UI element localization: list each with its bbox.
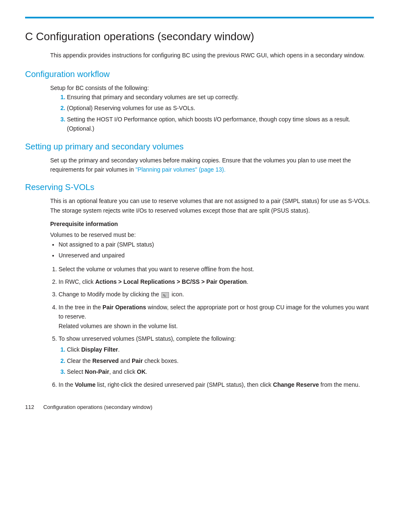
section-heading-setting-up-volumes: Setting up primary and secondary volumes xyxy=(25,142,374,152)
step-4-sub-text: Related volumes are shown in the volume … xyxy=(59,323,178,329)
step-6: In the Volume list, right-click the desi… xyxy=(59,380,374,389)
setting-up-volumes-text: Set up the primary and secondary volumes… xyxy=(50,156,374,175)
footer-text: Configuration operations (secondary wind… xyxy=(43,404,152,410)
list-item: Not assigned to a pair (SMPL status) xyxy=(59,240,374,249)
sub-step-5-3-end: . xyxy=(146,368,147,375)
config-workflow-intro: Setup for BC consists of the following: xyxy=(50,83,374,93)
list-item: Unreserved and unpaired xyxy=(59,251,374,260)
section-config-workflow: Configuration workflow Setup for BC cons… xyxy=(25,69,374,134)
config-workflow-list: Ensuring that primary and secondary volu… xyxy=(59,93,374,134)
section-body-config-workflow: Setup for BC consists of the following: … xyxy=(50,83,374,134)
step-6-bold2: Change Reserve xyxy=(273,381,319,388)
sub-step-5-1-bold: Display Filter xyxy=(81,346,118,353)
step-5-text: To show unreserved volumes (SMPL status)… xyxy=(59,335,236,342)
sub-step-5-2-bold2: Pair xyxy=(132,357,143,364)
reserving-svols-intro: This is an optional feature you can use … xyxy=(50,196,374,215)
step-3: Change to Modify mode by clicking the ic… xyxy=(59,290,374,299)
steps-list: Select the volume or volumes that you wa… xyxy=(59,265,374,389)
section-reserving-svols: Reserving S-VOLs This is an optional fea… xyxy=(25,182,374,389)
step-2-bold: Actions > Local Replications > BC/SS > P… xyxy=(95,278,247,285)
planning-pair-volumes-link[interactable]: "Planning pair volumes" (page 13). xyxy=(136,166,225,173)
top-border xyxy=(25,17,374,18)
section-body-setting-up-volumes: Set up the primary and secondary volumes… xyxy=(50,156,374,175)
sub-step-5-1-after: . xyxy=(118,346,120,353)
sub-step-5-3: Select Non-Pair, and click OK. xyxy=(67,367,374,376)
step-5-sub-list: Click Display Filter. Clear the Reserved… xyxy=(67,345,374,376)
page-container: C Configuration operations (secondary wi… xyxy=(0,0,399,423)
sub-step-5-3-bold1: Non-Pair xyxy=(85,368,109,375)
section-heading-config-workflow: Configuration workflow xyxy=(25,69,374,79)
list-item: Ensuring that primary and secondary volu… xyxy=(67,93,374,102)
step-6-text-2: list, right-click the desired unreserved… xyxy=(95,381,273,388)
sub-step-5-2: Clear the Reserved and Pair check boxes. xyxy=(67,356,374,365)
intro-paragraph: This appendix provides instructions for … xyxy=(50,51,374,60)
sub-step-5-3-before: Select xyxy=(67,368,85,375)
section-setting-up-volumes: Setting up primary and secondary volumes… xyxy=(25,142,374,175)
section-heading-reserving-svols: Reserving S-VOLs xyxy=(25,182,374,192)
step-6-text-1: In the xyxy=(59,381,75,388)
sub-step-5-2-bold1: Reserved xyxy=(92,357,119,364)
step-6-bold1: Volume xyxy=(75,381,96,388)
list-item: Setting the HOST I/O Performance option,… xyxy=(67,115,374,134)
modify-mode-icon xyxy=(161,292,169,298)
step-4-bold: Pair Operations xyxy=(102,304,146,311)
prereq-intro: Volumes to be reserved must be: xyxy=(50,230,374,239)
sub-step-5-1-before: Click xyxy=(67,346,81,353)
step-6-text-3: from the menu. xyxy=(319,381,360,388)
step-1-text: Select the volume or volumes that you wa… xyxy=(59,266,254,272)
step-3-text-before: Change to Modify mode by clicking the xyxy=(59,291,161,298)
prereq-heading: Prerequisite information xyxy=(50,219,374,229)
step-5: To show unreserved volumes (SMPL status)… xyxy=(59,334,374,377)
footer: 112 Configuration operations (secondary … xyxy=(25,404,152,410)
sub-step-5-3-bold2: OK xyxy=(137,368,146,375)
footer-page-number: 112 xyxy=(25,404,34,410)
step-4: In the tree in the Pair Operations windo… xyxy=(59,303,374,331)
step-2: In RWC, click Actions > Local Replicatio… xyxy=(59,277,374,286)
sub-step-5-2-mid: and xyxy=(119,357,132,364)
sub-step-5-2-after: check boxes. xyxy=(143,357,179,364)
sub-step-5-2-before: Clear the xyxy=(67,357,92,364)
sub-step-5-1: Click Display Filter. xyxy=(67,345,374,354)
step-1: Select the volume or volumes that you wa… xyxy=(59,265,374,274)
step-2-text-after: . xyxy=(247,278,248,285)
step-3-text-after: icon. xyxy=(170,291,184,298)
step-4-text-1: In the tree in the xyxy=(59,304,102,311)
section-body-reserving-svols: This is an optional feature you can use … xyxy=(50,196,374,389)
prereq-bullet-list: Not assigned to a pair (SMPL status) Unr… xyxy=(59,240,374,260)
page-title: C Configuration operations (secondary wi… xyxy=(25,30,374,43)
list-item: (Optional) Reserving volumes for use as … xyxy=(67,103,374,113)
sub-step-5-3-mid: , and click xyxy=(109,368,137,375)
step-2-text-before: In RWC, click xyxy=(59,278,95,285)
footer-spacer xyxy=(36,404,41,410)
